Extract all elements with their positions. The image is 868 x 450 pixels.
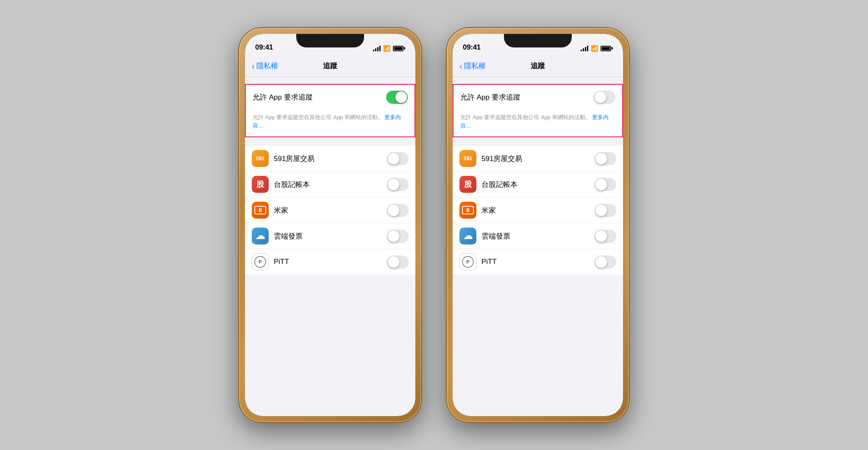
stock-symbol-left: 股 — [256, 179, 264, 189]
pitt-circle-left: P — [254, 256, 266, 268]
app-icon-stock-right: 股 — [459, 176, 476, 193]
toggle-section-right: 允許 App 要求追蹤 允許 App 要求追蹤您在其他公司 App 和網站的活動… — [453, 84, 623, 137]
content-left: 允許 App 要求追蹤 允許 App 要求追蹤您在其他公司 App 和網站的活動… — [245, 77, 415, 416]
phone-screen-area-right: 09:41 📶 — [453, 34, 623, 416]
nav-title-left: 追蹤 — [323, 61, 337, 71]
app-toggle-knob-pitt-right — [595, 256, 607, 268]
app-name-591-right: 591房屋交易 — [481, 154, 590, 164]
app-toggle-cloud-left[interactable] — [387, 230, 409, 243]
phone-screen-area-left: 09:41 📶 — [245, 34, 415, 416]
app-row-mi-left: 米家 — [245, 197, 415, 223]
app-toggle-mi-right[interactable] — [595, 204, 616, 217]
app-icon-591-left: 591 — [252, 150, 269, 167]
phone-screen-left: 09:41 📶 — [245, 34, 415, 416]
app-toggle-mi-left[interactable] — [387, 204, 409, 217]
app-name-pitt-right: PiTT — [481, 258, 590, 266]
app-icon-mi-left — [252, 202, 269, 219]
app-icon-stock-left: 股 — [252, 176, 269, 193]
app-row-cloud-right: ☁ 雲端發票 — [453, 223, 623, 249]
battery-icon-right — [601, 46, 613, 51]
app-row-pitt-right: P PiTT — [453, 249, 623, 275]
app-icon-591-right: 591 — [459, 150, 476, 167]
nav-back-left[interactable]: ‹ 隱私權 — [252, 61, 278, 71]
signal-bar-4 — [379, 46, 381, 51]
nav-back-right[interactable]: ‹ 隱私權 — [459, 61, 486, 71]
toggle-knob-left — [395, 92, 407, 103]
nav-chevron-right: ‹ — [459, 62, 462, 70]
toggle-knob-right — [595, 92, 606, 103]
app-icon-pitt-right: P — [459, 253, 476, 270]
app-name-591-left: 591房屋交易 — [274, 154, 382, 164]
phone-right: 09:41 📶 — [447, 28, 629, 422]
mi-inner-left — [259, 208, 262, 212]
app-toggle-knob-cloud-right — [595, 231, 607, 242]
app-toggle-knob-591-left — [388, 153, 399, 164]
app-icon-cloud-right: ☁ — [459, 228, 476, 244]
battery-body-right — [601, 46, 611, 51]
app-name-stock-left: 台股記帳本 — [274, 180, 382, 189]
battery-fill — [394, 47, 402, 50]
nav-back-label-left: 隱私權 — [256, 61, 278, 71]
mi-symbol-right — [462, 206, 474, 214]
app-toggle-knob-cloud-left — [388, 231, 399, 242]
more-link-left[interactable]: 更多內容… — [253, 114, 401, 129]
app-row-591-left: 591 591房屋交易 — [245, 146, 415, 172]
app-name-stock-right: 台股記帳本 — [481, 180, 590, 189]
wifi-icon-right: 📶 — [591, 45, 598, 52]
status-icons-right: 📶 — [581, 45, 613, 52]
app-list-left: 591 591房屋交易 股 台股記帳本 — [245, 146, 415, 275]
signal-bar-r2 — [583, 48, 584, 51]
app-toggle-stock-right[interactable] — [595, 178, 616, 191]
battery-body — [393, 46, 403, 51]
app-toggle-knob-stock-right — [595, 179, 607, 190]
status-icons-left: 📶 — [373, 45, 405, 52]
description-right: 允許 App 要求追蹤您在其他公司 App 和網站的活動。 更多內容… — [453, 110, 622, 136]
battery-fill-right — [602, 47, 610, 50]
app-toggle-knob-pitt-left — [388, 256, 399, 268]
nav-title-right: 追蹤 — [531, 61, 545, 71]
toggle-switch-right[interactable] — [594, 91, 615, 104]
signal-bar-r4 — [587, 46, 588, 51]
status-time-right: 09:41 — [463, 43, 481, 52]
notch-right — [504, 34, 572, 47]
signal-bar-3 — [377, 47, 378, 51]
toggle-row-left[interactable]: 允許 App 要求追蹤 — [246, 85, 415, 110]
notch-left — [296, 34, 364, 47]
app-toggle-591-right[interactable] — [595, 152, 616, 165]
toggle-section-left: 允許 App 要求追蹤 允許 App 要求追蹤您在其他公司 App 和網站的活動… — [245, 84, 415, 137]
app-toggle-591-left[interactable] — [387, 152, 409, 165]
signal-bar-r1 — [581, 50, 582, 51]
app-row-stock-right: 股 台股記帳本 — [453, 172, 623, 197]
toggle-label-left: 允許 App 要求追蹤 — [253, 92, 313, 102]
app-toggle-cloud-right[interactable] — [595, 230, 616, 243]
app-name-cloud-left: 雲端發票 — [274, 231, 382, 241]
mi-symbol-left — [254, 206, 266, 214]
toggle-switch-left[interactable] — [386, 91, 408, 104]
app-name-mi-left: 米家 — [274, 206, 382, 215]
cloud-icon-right: ☁ — [463, 231, 473, 242]
signal-bar-r3 — [585, 47, 586, 51]
cloud-icon-left: ☁ — [256, 231, 265, 242]
pitt-circle-right: P — [462, 256, 474, 268]
more-link-right[interactable]: 更多內容… — [460, 114, 609, 129]
app-toggle-pitt-left[interactable] — [387, 256, 409, 269]
description-left: 允許 App 要求追蹤您在其他公司 App 和網站的活動。 更多內容… — [246, 110, 415, 136]
battery-tip-right — [612, 47, 613, 50]
app-icon-pitt-left: P — [252, 253, 269, 270]
app-row-stock-left: 股 台股記帳本 — [245, 172, 415, 197]
app-toggle-knob-mi-right — [595, 205, 607, 216]
app-icon-cloud-left: ☁ — [252, 228, 269, 244]
wifi-icon-left: 📶 — [383, 45, 390, 52]
app-list-right: 591 591房屋交易 股 台股記帳本 — [453, 146, 623, 275]
app-toggle-knob-stock-left — [388, 179, 399, 190]
app-row-mi-right: 米家 — [453, 197, 623, 223]
app-toggle-knob-591-right — [595, 153, 607, 164]
app-name-pitt-left: PiTT — [274, 258, 382, 266]
app-toggle-pitt-right[interactable] — [595, 256, 616, 269]
signal-bars-left — [373, 45, 381, 51]
app-name-cloud-right: 雲端發票 — [481, 231, 590, 241]
app-toggle-stock-left[interactable] — [387, 178, 409, 191]
app-name-mi-right: 米家 — [481, 206, 590, 215]
toggle-row-right[interactable]: 允許 App 要求追蹤 — [453, 85, 622, 110]
app-toggle-knob-mi-left — [388, 205, 399, 216]
